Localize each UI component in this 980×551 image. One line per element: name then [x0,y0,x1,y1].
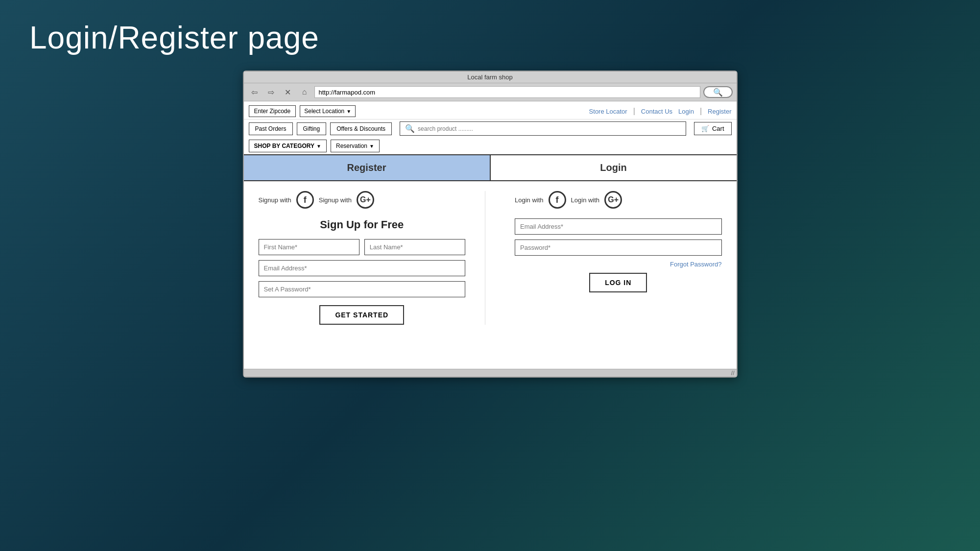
back-button[interactable]: ⇦ [248,87,262,97]
name-row [259,239,466,255]
login-email-input[interactable] [515,218,722,235]
tabs-row: Register Login [244,155,737,181]
forward-button[interactable]: ⇨ [264,87,278,97]
contact-us-link[interactable]: Contact Us [641,108,672,115]
reservation-label: Reservation [336,143,367,149]
browser-title: Local farm shop [467,73,513,81]
login-password-input[interactable] [515,240,722,256]
register-password-row [259,281,466,297]
main-content: Signup with f Signup with G+ Sign Up for… [244,181,737,339]
signup-google-button[interactable]: G+ [357,191,374,209]
offers-button[interactable]: Offers & Discounts [330,122,392,135]
past-orders-button[interactable]: Past Orders [249,122,293,135]
zipcode-button[interactable]: Enter Zipcode [249,105,296,117]
login-fb-label: Login with [515,196,544,204]
login-link[interactable]: Login [678,108,694,115]
first-name-input[interactable] [259,239,359,255]
signup-fb-label: Signup with [259,196,291,204]
browser-window: Local farm shop ⇦ ⇨ ✕ ⌂ 🔍 Enter Zipcode … [243,71,738,378]
register-panel: Signup with f Signup with G+ Sign Up for… [259,191,486,325]
browser-statusbar: // [244,369,737,377]
forgot-password-link[interactable]: Forgot Password? [515,261,722,268]
login-email-row [515,218,722,235]
register-social-row: Signup with f Signup with G+ [259,191,466,209]
shop-category-label: SHOP BY CATEGORY [254,143,315,149]
top-nav: Enter Zipcode Select Location ▼ Store Lo… [244,101,737,120]
reservation-button[interactable]: Reservation ▼ [331,140,380,152]
website-content: Enter Zipcode Select Location ▼ Store Lo… [244,101,737,369]
cart-button[interactable]: 🛒 Cart [694,122,732,135]
browser-search: 🔍 [703,86,733,98]
login-password-row [515,240,722,256]
chevron-down-icon: ▼ [369,144,374,149]
signup-facebook-button[interactable]: f [296,191,314,209]
second-nav: Past Orders Gifting Offers & Discounts 🔍… [244,120,737,138]
third-nav: SHOP BY CATEGORY ▼ Reservation ▼ [244,138,737,155]
stop-button[interactable]: ✕ [281,87,295,97]
gifting-button[interactable]: Gifting [297,122,327,135]
location-dropdown[interactable]: Select Location ▼ [300,105,356,117]
tab-register[interactable]: Register [244,155,491,180]
cart-icon: 🛒 [701,125,709,132]
location-label: Select Location [304,108,344,115]
login-facebook-button[interactable]: f [549,191,566,209]
register-password-input[interactable] [259,281,466,297]
page-title: Login/Register page [29,20,951,56]
register-email-input[interactable] [259,260,466,276]
login-social-row: Login with f Login with G+ [515,191,722,209]
browser-toolbar: ⇦ ⇨ ✕ ⌂ 🔍 [244,83,737,101]
chevron-down-icon: ▼ [346,109,351,114]
register-nav-link[interactable]: Register [708,108,731,115]
register-email-row [259,260,466,276]
get-started-button[interactable]: GET STARTED [319,305,404,325]
search-bar[interactable]: 🔍 [400,121,686,136]
top-nav-links: Store Locator | Contact Us Login | Regis… [589,107,732,116]
register-title: Sign Up for Free [259,218,466,231]
shop-category-button[interactable]: SHOP BY CATEGORY ▼ [249,140,327,152]
log-in-button[interactable]: LOG IN [589,273,647,292]
login-google-button[interactable]: G+ [604,191,622,209]
store-locator-link[interactable]: Store Locator [589,108,627,115]
search-icon: 🔍 [713,88,723,97]
content-spacer [244,339,737,369]
resize-handle-icon: // [731,370,735,377]
browser-titlebar: Local farm shop [244,72,737,83]
cart-label: Cart [712,125,724,132]
login-g-label: Login with [571,196,600,204]
signup-g-label: Signup with [319,196,352,204]
search-icon: 🔍 [405,124,415,133]
tab-login[interactable]: Login [491,155,737,180]
last-name-input[interactable] [364,239,465,255]
login-panel: Login with f Login with G+ Forgot Passwo… [485,191,722,325]
search-input[interactable] [418,125,681,132]
home-button[interactable]: ⌂ [298,87,311,97]
chevron-down-icon: ▼ [316,144,321,149]
address-bar[interactable] [314,86,700,98]
